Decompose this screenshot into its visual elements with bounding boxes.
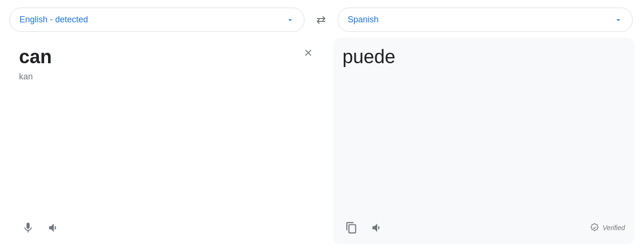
verified-badge: Verified: [589, 223, 625, 233]
swap-button-wrapper: [304, 10, 338, 29]
target-language-label: Spanish: [348, 15, 379, 25]
listen-target-button[interactable]: [368, 219, 386, 237]
verified-label: Verified: [603, 224, 625, 232]
source-phonetic: kan: [19, 72, 314, 82]
target-text: puede: [342, 45, 625, 68]
source-text: can: [19, 45, 314, 68]
target-panel: puede Verified: [333, 38, 634, 244]
copy-button[interactable]: [342, 219, 361, 237]
language-bar: English - detected Spanish: [10, 8, 634, 32]
source-language-selector[interactable]: English - detected: [10, 8, 304, 32]
listen-source-button[interactable]: [45, 219, 63, 237]
target-language-chevron-icon: [614, 16, 623, 24]
swap-languages-button[interactable]: [312, 10, 331, 29]
translation-area: can kan: [10, 38, 634, 244]
page-wrapper: English - detected Spanish: [0, 0, 644, 252]
target-actions: Verified: [342, 213, 625, 237]
source-panel: can kan: [10, 38, 323, 244]
source-language-label: English - detected: [20, 15, 88, 25]
source-actions: [19, 213, 314, 237]
clear-button[interactable]: [301, 45, 316, 60]
source-language-chevron-icon: [286, 16, 294, 24]
target-language-selector[interactable]: Spanish: [338, 8, 633, 32]
microphone-button[interactable]: [19, 219, 37, 237]
